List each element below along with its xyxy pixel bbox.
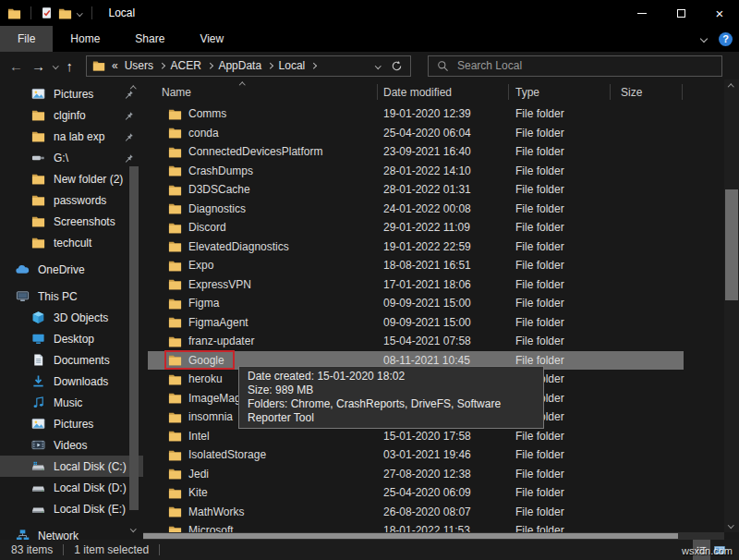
file-row-crashdumps[interactable]: CrashDumps28-01-2022 14:10File folder <box>148 162 684 181</box>
sidebar-item-music[interactable]: Music <box>0 392 143 413</box>
breadcrumb-chevron-icon[interactable] <box>267 63 273 68</box>
file-row-intel[interactable]: Intel15-01-2020 17:58File folder <box>148 427 684 446</box>
horizontal-scrollbar[interactable] <box>143 532 724 540</box>
sidebar-item-new-folder-2[interactable]: New folder (2) <box>0 168 143 189</box>
address-bar[interactable]: « UsersACERAppDataLocal <box>86 55 411 77</box>
minimize-button[interactable] <box>623 0 661 26</box>
breadcrumb-segment-acer[interactable]: ACER <box>171 59 201 72</box>
file-row-diagnostics[interactable]: Diagnostics24-01-2022 00:08File folder <box>148 200 684 219</box>
vertical-scrollbar-thumb[interactable] <box>725 189 738 300</box>
scroll-down-icon[interactable] <box>728 522 733 528</box>
qat-customize-chevron-icon[interactable] <box>77 10 82 16</box>
file-row-d3dscache[interactable]: D3DSCache28-01-2022 01:31File folder <box>148 180 684 200</box>
sidebar-scrollbar[interactable] <box>128 83 139 538</box>
sidebar-item-desktop[interactable]: Desktop <box>0 328 143 349</box>
breadcrumb-chevron-icon[interactable] <box>207 63 212 68</box>
column-divider[interactable] <box>682 84 683 100</box>
sidebar-item-pictures[interactable]: Pictures <box>0 413 143 434</box>
sidebar-scrollbar-thumb[interactable] <box>129 166 139 510</box>
search-box[interactable]: Search Local <box>428 55 722 77</box>
tab-view[interactable]: View <box>182 26 241 52</box>
sidebar-item-passwords[interactable]: passwords <box>0 189 143 211</box>
sidebar-item-network[interactable]: Network <box>0 525 143 540</box>
file-name: CrashDumps <box>188 164 253 177</box>
file-row-jedi[interactable]: Jedi27-08-2020 12:38File folder <box>148 465 684 484</box>
help-icon[interactable]: ? <box>719 32 733 46</box>
sidebar-item-documents[interactable]: Documents <box>0 349 143 371</box>
column-header-type[interactable]: Type <box>515 86 539 99</box>
sidebar-scroll-down-icon[interactable] <box>130 526 136 531</box>
breadcrumb-segment-local[interactable]: Local <box>279 59 306 72</box>
sidebar-item-local-disk-d[interactable]: Local Disk (D:) <box>0 477 143 498</box>
sidebar-item-pictures[interactable]: Pictures <box>0 83 143 104</box>
address-dropdown-chevron-icon[interactable] <box>375 63 381 68</box>
ribbon-tab-bar: FileHomeShareView ? <box>0 26 739 52</box>
file-row-connecteddevicesplatform[interactable]: ConnectedDevicesPlatform23-09-2021 16:40… <box>148 142 684 162</box>
qat-properties-icon[interactable] <box>41 6 53 19</box>
file-row-figma[interactable]: Figma09-09-2021 15:00File folder <box>148 294 684 313</box>
file-row-comms[interactable]: Comms19-01-2020 12:39File folder <box>148 104 684 124</box>
tab-file[interactable]: File <box>0 26 53 52</box>
breadcrumb-chevron-icon[interactable] <box>159 63 164 68</box>
file-row-franz-updater[interactable]: franz-updater15-04-2021 07:58File folder <box>148 332 684 351</box>
forward-button[interactable]: → <box>31 59 45 73</box>
sidebar-item-this-pc[interactable]: This PC <box>0 286 143 307</box>
file-row-discord[interactable]: Discord29-01-2022 11:09File folder <box>148 218 684 237</box>
recent-locations-chevron-icon[interactable] <box>53 63 58 68</box>
file-row-expo[interactable]: Expo18-08-2021 16:51File folder <box>148 256 684 275</box>
breadcrumb-chevron-icon[interactable] <box>310 63 316 68</box>
tab-share[interactable]: Share <box>117 26 182 52</box>
breadcrumb-overflow[interactable]: « <box>112 59 118 72</box>
3d-objects-icon <box>30 310 46 324</box>
sidebar-item-local-disk-e[interactable]: Local Disk (E:) <box>0 498 143 519</box>
file-name-wrap: Intel <box>166 428 218 444</box>
file-row-conda[interactable]: conda25-04-2020 06:04File folder <box>148 124 684 143</box>
qat-new-folder-icon[interactable] <box>58 6 72 20</box>
sidebar-item-videos[interactable]: Videos <box>0 434 143 456</box>
back-button[interactable]: ← <box>9 59 23 73</box>
close-button[interactable]: × <box>700 0 739 26</box>
column-header-date-modified[interactable]: Date modified <box>383 86 452 99</box>
maximize-button[interactable] <box>661 0 700 26</box>
sidebar-item-downloads[interactable]: Downloads <box>0 371 143 392</box>
file-row-kite[interactable]: Kite25-04-2020 06:09File folder <box>148 483 684 503</box>
file-name: D3DSCache <box>188 183 250 196</box>
file-name: ExpressVPN <box>188 278 251 291</box>
column-header-size[interactable]: Size <box>621 86 642 99</box>
file-row-expressvpn[interactable]: ExpressVPN17-01-2021 18:06File folder <box>148 275 684 295</box>
file-row-elevateddiagnostics[interactable]: ElevatedDiagnostics19-01-2022 22:59File … <box>148 237 684 257</box>
scroll-up-icon[interactable] <box>728 84 733 90</box>
file-row-figmaagent[interactable]: FigmaAgent09-09-2021 15:00File folder <box>148 313 684 333</box>
breadcrumb-segment-appdata[interactable]: AppData <box>218 59 261 72</box>
refresh-icon[interactable] <box>391 60 403 72</box>
folder-icon <box>168 259 182 273</box>
sidebar-scroll-up-icon[interactable] <box>130 86 136 91</box>
sidebar-item-onedrive[interactable]: OneDrive <box>0 259 143 280</box>
sidebar-item-g[interactable]: G:\ <box>0 147 143 168</box>
file-type: File folder <box>515 256 564 275</box>
file-name-wrap: Discord <box>166 220 235 236</box>
up-button[interactable]: ↑ <box>67 59 74 73</box>
vertical-scrollbar[interactable] <box>724 79 739 532</box>
column-divider[interactable] <box>508 84 509 100</box>
sidebar-item-3d-objects[interactable]: 3D Objects <box>0 307 143 328</box>
sidebar-item-label: clginfo <box>54 109 86 122</box>
sidebar-item-local-disk-c[interactable]: Local Disk (C:) <box>0 456 143 477</box>
horizontal-scrollbar-thumb[interactable] <box>143 533 678 539</box>
file-type: File folder <box>515 465 564 484</box>
file-type: File folder <box>515 275 564 295</box>
sidebar-item-na-lab-exp[interactable]: na lab exp <box>0 126 143 147</box>
sidebar-item-screenshots[interactable]: Screenshots <box>0 211 143 232</box>
sidebar-item-clginfo[interactable]: clginfo <box>0 104 143 126</box>
folder-icon <box>168 126 182 140</box>
column-header-name[interactable]: Name <box>162 86 191 99</box>
column-divider[interactable] <box>610 84 611 100</box>
sidebar-item-techcult[interactable]: techcult <box>0 232 143 253</box>
file-row-isolatedstorage[interactable]: IsolatedStorage03-01-2021 19:46File fold… <box>148 445 684 465</box>
file-name-wrap: franz-updater <box>166 334 262 349</box>
breadcrumb-segment-users[interactable]: Users <box>125 59 153 72</box>
tab-home[interactable]: Home <box>53 26 117 52</box>
file-row-mathworks[interactable]: MathWorks26-08-2020 08:07File folder <box>148 503 684 522</box>
ribbon-expand-chevron-icon[interactable] <box>700 35 708 43</box>
column-divider[interactable] <box>377 84 378 100</box>
